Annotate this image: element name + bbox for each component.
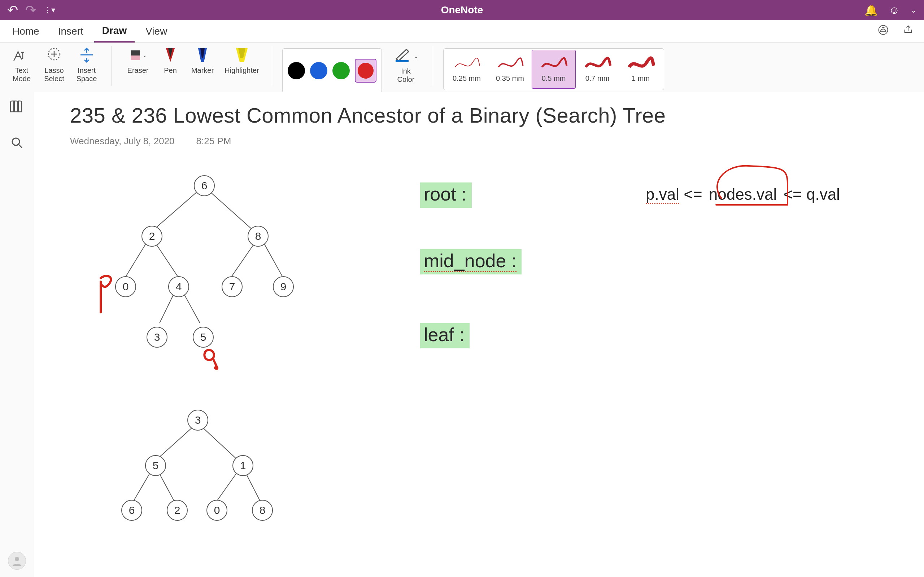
tree2-node-1: 1	[233, 455, 254, 476]
tab-insert[interactable]: Insert	[50, 21, 91, 42]
stroke-width-group: 0.25 mm 0.35 mm 0.5 mm 0.7 mm 1 mm	[443, 48, 664, 90]
svg-line-13	[160, 293, 174, 323]
highlighter-button[interactable]: Highlighter	[222, 46, 262, 75]
tree1-node-9: 9	[273, 276, 294, 297]
ink-q-annotation	[199, 345, 225, 374]
note-canvas[interactable]: 6 2 8 0 4 7 9 3 5 3 5 1 6	[59, 154, 924, 577]
tree1-node-6: 6	[194, 175, 215, 196]
svg-line-9	[126, 244, 146, 276]
text-mode-label-1: Text	[15, 66, 29, 75]
eraser-icon: ⌄	[129, 46, 147, 64]
lasso-label-1: Lasso	[44, 66, 63, 75]
stroke-label: 0.25 mm	[452, 74, 481, 82]
tab-view[interactable]: View	[137, 21, 175, 42]
stroke-label: 1 mm	[632, 74, 650, 82]
highlighter-icon	[233, 46, 251, 64]
stroke-label: 0.5 mm	[542, 74, 566, 82]
text-mode-button[interactable]: Text Mode	[7, 46, 36, 83]
redo-icon[interactable]: ↷	[25, 3, 36, 18]
ink-p-annotation	[95, 272, 121, 316]
text-mode-label-2: Mode	[13, 75, 31, 83]
stroke-0-7[interactable]: 0.7 mm	[576, 50, 619, 89]
svg-line-17	[132, 474, 149, 503]
label-mid-node[interactable]: mid_node :	[420, 249, 522, 274]
tree2-node-0: 0	[207, 500, 228, 521]
stroke-0-35[interactable]: 0.35 mm	[488, 50, 531, 89]
svg-line-12	[264, 244, 282, 276]
label-mid-text: mid_node :	[424, 250, 517, 272]
swatch-blue[interactable]	[310, 62, 327, 79]
undo-icon[interactable]: ↶	[7, 3, 18, 18]
tree1-node-8: 8	[247, 226, 268, 247]
feedback-dropdown-icon[interactable]: ⌄	[911, 6, 917, 15]
ribbon-divider	[433, 46, 433, 86]
marker-icon	[194, 46, 212, 64]
swatch-black[interactable]	[288, 62, 305, 79]
tab-draw[interactable]: Draw	[94, 20, 135, 43]
lasso-label-2: Select	[44, 75, 64, 83]
svg-rect-3	[131, 56, 140, 60]
tree2-node-6: 6	[121, 500, 142, 521]
lasso-select-button[interactable]: Lasso Select	[40, 46, 69, 83]
ribbon: Text Mode Lasso Select Insert Space ⌄ Er…	[0, 42, 924, 97]
pen-button[interactable]: Pen	[158, 46, 183, 75]
ink-swatches	[282, 48, 382, 93]
label-root[interactable]: root :	[420, 182, 472, 208]
feedback-smile-icon[interactable]: ☺	[888, 4, 900, 16]
page-canvas[interactable]: 235 & 236 Lowest Common Ancestor of a Bi…	[34, 92, 924, 577]
tree2-node-5: 5	[145, 455, 166, 476]
marker-label: Marker	[191, 66, 214, 75]
insert-space-label-1: Insert	[78, 66, 96, 75]
page-date[interactable]: Wednesday, July 8, 2020	[70, 135, 175, 147]
formula-le1: <=	[683, 185, 702, 203]
stroke-0-25[interactable]: 0.25 mm	[445, 50, 488, 89]
stroke-0-5-selected[interactable]: 0.5 mm	[531, 50, 576, 89]
notebooks-icon[interactable]	[10, 100, 24, 117]
label-leaf[interactable]: leaf :	[420, 323, 470, 348]
tree1-node-2: 2	[142, 226, 162, 247]
ink-color-button[interactable]: ⌄ Ink Color	[389, 46, 423, 84]
svg-point-6	[15, 557, 19, 561]
insert-space-label-2: Space	[76, 75, 97, 83]
svg-line-10	[156, 244, 178, 276]
insert-space-button[interactable]: Insert Space	[72, 46, 101, 83]
formula[interactable]: p.val <= nodes.val <= q.val	[646, 185, 840, 203]
page-title[interactable]: 235 & 236 Lowest Common Ancestor of a Bi…	[70, 103, 888, 127]
tree1-edges	[59, 154, 312, 341]
search-icon[interactable]	[10, 136, 23, 152]
notifications-icon[interactable]: 🔔	[864, 4, 878, 16]
svg-line-19	[215, 474, 236, 503]
ribbon-group-modes: Text Mode Lasso Select Insert Space	[7, 46, 101, 83]
user-avatar[interactable]	[8, 552, 26, 570]
sync-status-icon[interactable]	[878, 24, 888, 38]
marker-button[interactable]: Marker	[187, 46, 218, 75]
svg-point-5	[12, 138, 19, 145]
page-time[interactable]: 8:25 PM	[196, 135, 231, 147]
swatch-red-selected[interactable]	[355, 59, 376, 82]
ink-color-icon	[393, 47, 412, 65]
ink-color-label-2: Color	[397, 76, 415, 84]
svg-rect-4	[396, 60, 409, 62]
swatch-green[interactable]	[333, 62, 350, 79]
svg-line-14	[184, 293, 200, 323]
svg-rect-2	[131, 50, 140, 56]
title-divider	[70, 131, 597, 131]
pen-label: Pen	[164, 66, 177, 75]
customize-quick-access-icon[interactable]: ⋮▾	[43, 5, 55, 15]
svg-point-0	[879, 25, 888, 34]
ribbon-divider	[111, 46, 111, 86]
tree2-node-8: 8	[252, 500, 273, 521]
eraser-label: Eraser	[128, 66, 149, 75]
tree1-node-0: 0	[115, 276, 136, 297]
formula-le2: <= q.val	[783, 185, 840, 203]
svg-line-15	[156, 428, 192, 460]
title-bar: ↶ ↷ ⋮▾ OneNote 🔔 ☺ ⌄	[0, 0, 924, 20]
stroke-1[interactable]: 1 mm	[619, 50, 662, 89]
svg-line-7	[152, 192, 197, 231]
ink-color-label-1: Ink	[401, 67, 411, 76]
left-rail	[0, 92, 34, 577]
formula-pval: p.val	[646, 185, 679, 204]
tab-home[interactable]: Home	[4, 21, 47, 42]
eraser-button[interactable]: ⌄ Eraser	[122, 46, 154, 75]
share-icon[interactable]	[903, 24, 913, 38]
